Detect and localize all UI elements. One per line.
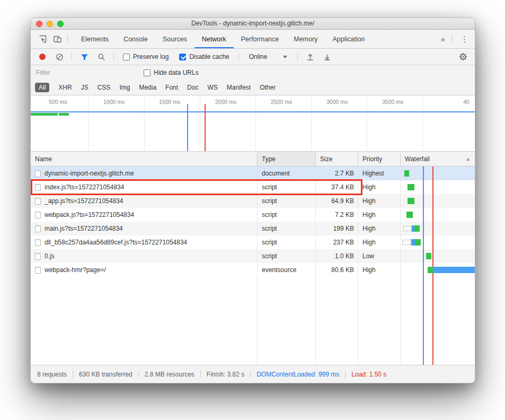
timeline-gridline [311, 98, 312, 151]
desktop-background: DevTools - dynamic-import-nextjs.glitch.… [0, 0, 505, 420]
table-row[interactable]: _app.js?ts=1572271054834 script 64.9 KB … [31, 194, 475, 208]
titlebar[interactable]: DevTools - dynamic-import-nextjs.glitch.… [31, 18, 475, 30]
request-size: 7.2 KB [316, 211, 358, 218]
timeline-tick-label: 3000 ms [326, 99, 348, 105]
column-header-name[interactable]: Name [31, 152, 258, 166]
import-har-icon[interactable] [303, 53, 317, 61]
request-name: dynamic-import-nextjs.glitch.me [45, 170, 134, 177]
timeline-tick-label: 2000 ms [215, 99, 236, 105]
type-filter-js[interactable]: JS [81, 84, 88, 91]
table-row[interactable]: main.js?ts=1572271054834 script 199 KB H… [31, 222, 475, 235]
status-item: 2.8 MB resources [138, 371, 200, 378]
table-row[interactable]: webpack-hmr?page=/ eventsource 80.6 KB H… [31, 263, 475, 277]
table-header: Name Type Size Priority Waterfall ▲ [31, 152, 475, 167]
close-button[interactable] [36, 21, 42, 27]
table-row[interactable]: index.js?ts=1572271054834 script 37.4 KB… [31, 180, 475, 194]
divider [452, 35, 453, 43]
request-size: 37.4 KB [316, 183, 358, 191]
type-filter-img[interactable]: Img [119, 84, 130, 91]
type-filter-other[interactable]: Other [260, 84, 276, 91]
load-marker-line [205, 104, 206, 151]
type-filter-xhr[interactable]: XHR [58, 84, 72, 91]
type-filter-doc[interactable]: Doc [187, 84, 198, 91]
overview-timeline[interactable]: 500 ms1000 ms1500 ms2000 ms2500 ms3000 m… [31, 95, 475, 152]
preserve-log-checkbox[interactable]: Preserve log [123, 53, 169, 60]
waterfall-bar-green [407, 184, 414, 190]
column-divider [358, 167, 358, 365]
request-priority: Highest [358, 170, 401, 177]
record-button[interactable] [39, 54, 46, 60]
tab-memory[interactable]: Memory [286, 30, 325, 48]
tab-sources[interactable]: Sources [155, 30, 194, 48]
request-name: index.js?ts=1572271054834 [45, 183, 124, 191]
type-filter-font[interactable]: Font [165, 84, 178, 91]
waterfall-bar-green [415, 239, 421, 246]
search-icon[interactable] [94, 53, 109, 61]
request-waterfall [401, 208, 475, 222]
type-filter-ws[interactable]: WS [207, 84, 217, 91]
column-divider [400, 167, 401, 365]
device-toolbar-icon[interactable] [50, 30, 65, 48]
request-name: _app.js?ts=1572271054834 [45, 197, 123, 205]
disable-cache-label: Disable cache [189, 53, 229, 60]
tab-elements[interactable]: Elements [74, 30, 116, 48]
request-waterfall [401, 249, 475, 263]
timeline-tick-label: 1000 ms [103, 99, 125, 105]
filter-icon[interactable] [77, 53, 92, 61]
request-waterfall [401, 180, 475, 194]
request-size: 80.6 KB [316, 266, 358, 274]
table-row[interactable]: 0.js script 1.0 KB Low [31, 249, 475, 263]
checkbox-unchecked-icon [144, 69, 150, 76]
request-waterfall [401, 263, 475, 277]
more-tabs-chevron[interactable]: » [437, 34, 449, 43]
timeline-gridline [144, 98, 145, 151]
type-filter-all[interactable]: All [35, 83, 49, 92]
column-header-size[interactable]: Size [316, 152, 358, 166]
type-filter-manifest[interactable]: Manifest [227, 84, 251, 91]
waterfall-bar-green [426, 253, 431, 259]
devtools-window: DevTools - dynamic-import-nextjs.glitch.… [30, 18, 475, 383]
hide-data-urls-label: Hide data URLs [154, 69, 199, 76]
tab-console[interactable]: Console [116, 30, 155, 48]
inspect-element-icon[interactable] [35, 30, 50, 48]
request-type: script [258, 183, 316, 191]
name-cell: webpack.js?ts=1572271054834 [31, 211, 258, 218]
traffic-lights [36, 21, 64, 27]
preserve-log-label: Preserve log [133, 53, 169, 60]
waterfall-bar-light [403, 226, 412, 231]
kebab-menu-icon[interactable]: ⋮ [455, 34, 474, 44]
fullscreen-button[interactable] [57, 21, 64, 27]
status-item: DOMContentLoaded: 999 ms [250, 371, 345, 378]
minimize-button[interactable] [47, 21, 53, 27]
status-item: 630 KB transferred [73, 371, 138, 378]
file-icon [35, 225, 41, 232]
type-filter-css[interactable]: CSS [98, 84, 111, 91]
column-header-waterfall[interactable]: Waterfall ▲ [401, 152, 475, 166]
file-icon [35, 212, 41, 218]
column-header-type[interactable]: Type [258, 152, 316, 166]
disable-cache-checkbox[interactable]: Disable cache [179, 53, 229, 60]
filter-input[interactable] [36, 69, 139, 76]
clear-icon[interactable] [52, 53, 67, 61]
request-type: script [258, 211, 316, 218]
tab-network[interactable]: Network [194, 30, 234, 48]
table-row[interactable]: dynamic-import-nextjs.glitch.me document… [31, 167, 475, 180]
status-item: Finish: 3.82 s [200, 371, 250, 378]
waterfall-bar-green [404, 170, 409, 177]
tab-performance[interactable]: Performance [234, 30, 287, 48]
request-size: 2.7 KB [316, 170, 358, 177]
tab-application[interactable]: Application [325, 30, 372, 48]
table-row[interactable]: webpack.js?ts=1572271054834 script 7.2 K… [31, 208, 475, 222]
hide-data-urls-checkbox[interactable]: Hide data URLs [144, 69, 199, 76]
load-event-line [432, 167, 433, 365]
type-filter-bar: AllXHRJSCSSImgMediaFontDocWSManifestOthe… [31, 80, 475, 95]
request-priority: High [358, 183, 401, 191]
waterfall-bar-green [406, 212, 413, 218]
column-header-priority[interactable]: Priority [358, 152, 401, 166]
table-row[interactable]: dll_b58c257da4aa56d89cef.js?ts=157227105… [31, 235, 475, 249]
type-filter-media[interactable]: Media [139, 84, 156, 91]
export-har-icon[interactable] [320, 53, 334, 61]
settings-gear-icon[interactable] [456, 52, 471, 61]
throttling-select[interactable]: Online [249, 53, 288, 60]
divider [238, 52, 239, 61]
